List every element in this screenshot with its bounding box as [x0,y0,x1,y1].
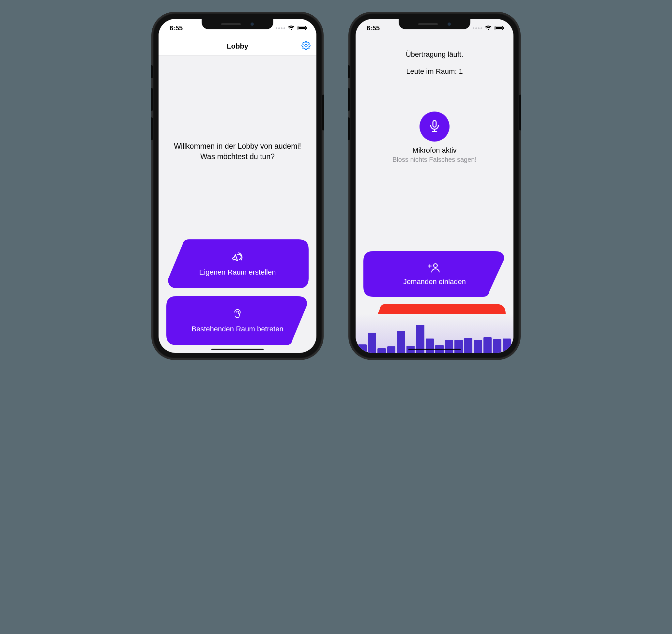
audio-bar [445,340,453,353]
phone-mockup-right: 6:55 Übertragung läuft. Leute im Raum: 1 [350,13,519,359]
megaphone-icon [230,251,245,265]
microphone-toggle[interactable] [419,112,450,142]
nav-title: Lobby [227,42,248,51]
join-room-label: Bestehenden Raum betreten [191,324,283,334]
mic-status-label: Mikrofon aktiv [412,146,457,154]
device-notch [201,19,273,29]
wifi-icon [485,25,492,31]
svg-rect-1 [298,27,305,29]
svg-point-3 [305,44,307,47]
add-user-icon [428,262,441,275]
invite-button[interactable]: Jemanden einladen [363,251,506,297]
status-time: 6:55 [170,24,183,32]
audio-bar [397,331,405,353]
settings-button[interactable] [302,41,311,51]
microphone-icon [428,119,441,134]
device-notch [399,19,471,29]
audio-bar [426,339,434,353]
audio-bar [454,340,463,353]
svg-rect-2 [306,27,307,29]
broadcast-info: Übertragung läuft. Leute im Raum: 1 [363,37,506,76]
cellular-dots-icon [275,27,285,29]
audio-bar [493,339,501,353]
broadcast-status: Übertragung läuft. [363,50,506,59]
invite-label: Jemanden einladen [403,277,466,286]
room-count: Leute im Raum: 1 [363,67,506,76]
battery-icon [297,26,307,30]
svg-point-8 [434,264,437,267]
svg-rect-5 [496,27,502,29]
ear-icon [232,308,243,322]
status-time: 6:55 [367,24,380,32]
gear-icon [302,41,311,50]
battery-icon [495,26,504,30]
welcome-message: Willkommen in der Lobby von audemi!Was m… [166,63,309,239]
svg-rect-6 [503,27,504,29]
nav-bar: Lobby [159,37,316,55]
create-room-button[interactable]: Eigenen Raum erstellen [166,239,309,288]
join-room-button[interactable]: Bestehenden Raum betreten [166,296,309,345]
home-indicator[interactable] [408,349,461,350]
mic-hint: Bloss nichts Falsches sagen! [392,156,477,163]
audio-visualizer [356,314,513,353]
audio-bar [368,333,377,353]
audio-bar [358,344,367,353]
audio-bar [378,348,386,353]
wifi-icon [288,25,295,31]
svg-rect-7 [433,121,436,127]
audio-bar [503,339,511,353]
audio-bar [474,340,482,353]
audio-bar [464,338,473,353]
cellular-dots-icon [473,27,482,29]
audio-bar [483,337,492,353]
audio-bar [387,346,396,353]
phone-mockup-left: 6:55 Lobby Willkommen in der Lobby von a… [153,13,322,359]
create-room-label: Eigenen Raum erstellen [199,268,276,277]
home-indicator[interactable] [211,349,264,350]
